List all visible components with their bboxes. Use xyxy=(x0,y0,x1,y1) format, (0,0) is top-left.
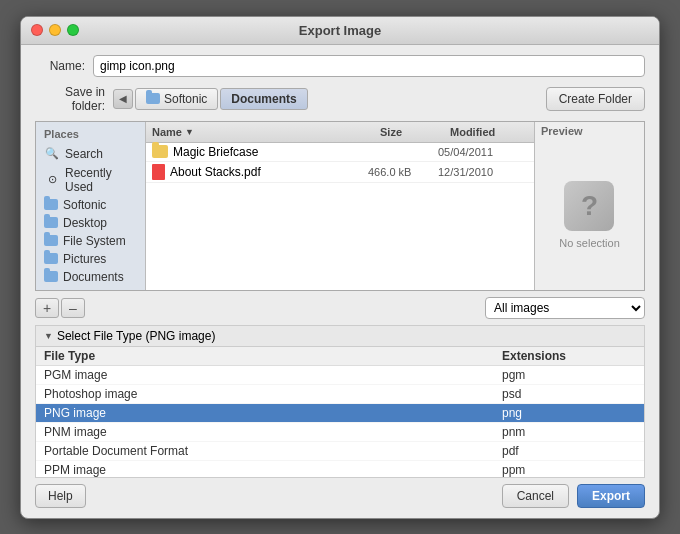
name-label: Name: xyxy=(35,59,85,73)
file-row-magic-briefcase[interactable]: Magic Briefcase 05/04/2011 xyxy=(146,143,534,162)
toggle-triangle-icon: ▼ xyxy=(44,331,53,341)
folder-icon-softonic xyxy=(44,199,58,210)
preview-no-selection-label: No selection xyxy=(559,237,620,249)
search-icon: 🔍 xyxy=(44,146,60,162)
file-type-row-psd[interactable]: Photoshop image psd xyxy=(36,384,644,403)
titlebar-buttons xyxy=(31,24,79,36)
sidebar-item-softonic[interactable]: Softonic xyxy=(36,196,145,214)
pdf-icon-stacks xyxy=(152,164,165,180)
maximize-button[interactable] xyxy=(67,24,79,36)
file-type-ext-ppm: ppm xyxy=(494,460,644,477)
preview-header: Preview xyxy=(535,122,644,140)
file-type-row-pgm[interactable]: PGM image pgm xyxy=(36,365,644,384)
footer-right-buttons: Cancel Export xyxy=(502,484,645,508)
folder-icon-documents xyxy=(44,271,58,282)
add-bookmark-button[interactable]: + xyxy=(35,298,59,318)
places-panel: Places 🔍 Search ⊙ Recently Used Softonic… xyxy=(36,122,146,290)
file-type-label-pnm: PNM image xyxy=(36,422,494,441)
sidebar-item-recently-used[interactable]: ⊙ Recently Used xyxy=(36,164,145,196)
sidebar-label-filesystem: File System xyxy=(63,234,126,248)
file-name-stacks: About Stacks.pdf xyxy=(170,165,261,179)
file-type-label-png: PNG image xyxy=(36,403,494,422)
col-header-extensions: Extensions xyxy=(494,347,644,366)
sidebar-label-desktop: Desktop xyxy=(63,216,107,230)
preview-placeholder-icon: ? xyxy=(564,181,614,231)
main-area: Places 🔍 Search ⊙ Recently Used Softonic… xyxy=(35,121,645,291)
sidebar-item-pictures[interactable]: Pictures xyxy=(36,250,145,268)
export-image-dialog: Export Image Name: Save in folder: ◀ Sof… xyxy=(20,16,660,519)
sort-icon: ▼ xyxy=(185,127,194,137)
create-folder-button[interactable]: Create Folder xyxy=(546,87,645,111)
sidebar-label-documents: Documents xyxy=(63,270,124,284)
name-row: Name: xyxy=(35,55,645,77)
file-type-toggle-label: Select File Type (PNG image) xyxy=(57,329,216,343)
sidebar-label-softonic: Softonic xyxy=(63,198,106,212)
file-type-ext-psd: psd xyxy=(494,384,644,403)
file-type-row-ppm[interactable]: PPM image ppm xyxy=(36,460,644,477)
sidebar-label-recently-used: Recently Used xyxy=(65,166,137,194)
folder-icon-desktop xyxy=(44,217,58,228)
footer-row: Help Cancel Export xyxy=(35,484,645,508)
file-modified-magic: 05/04/2011 xyxy=(438,146,528,158)
files-panel: Name ▼ Size Modified Magic Briefcase 05/… xyxy=(146,122,534,290)
file-type-label-ppm: PPM image xyxy=(36,460,494,477)
nav-back-arrow[interactable]: ◀ xyxy=(113,89,133,109)
file-type-label-pgm: PGM image xyxy=(36,365,494,384)
file-type-row-pnm[interactable]: PNM image pnm xyxy=(36,422,644,441)
save-folder-row: Save in folder: ◀ Softonic Documents Cre… xyxy=(35,85,645,113)
remove-bookmark-button[interactable]: – xyxy=(61,298,85,318)
preview-area: ? No selection xyxy=(559,140,620,290)
add-remove-buttons: + – xyxy=(35,298,85,318)
titlebar: Export Image xyxy=(21,17,659,45)
save-in-folder-label: Save in folder: xyxy=(35,85,105,113)
file-type-ext-png: png xyxy=(494,403,644,422)
filter-select[interactable]: All images PNG image JPEG image BMP imag… xyxy=(485,297,645,319)
breadcrumb-softonic-label: Softonic xyxy=(164,92,207,106)
bottom-controls-row: + – All images PNG image JPEG image BMP … xyxy=(35,297,645,319)
table-header-row: File Type Extensions xyxy=(36,347,644,366)
sidebar-label-search: Search xyxy=(65,147,103,161)
file-type-row-pdf[interactable]: Portable Document Format pdf xyxy=(36,441,644,460)
file-row-about-stacks[interactable]: About Stacks.pdf 466.0 kB 12/31/2010 xyxy=(146,162,534,183)
file-type-ext-pnm: pnm xyxy=(494,422,644,441)
filename-input[interactable] xyxy=(93,55,645,77)
dialog-content: Name: Save in folder: ◀ Softonic Documen… xyxy=(21,45,659,518)
file-type-row-png[interactable]: PNG image png xyxy=(36,403,644,422)
col-header-modified: Modified xyxy=(444,124,534,140)
cancel-button[interactable]: Cancel xyxy=(502,484,569,508)
file-modified-stacks: 12/31/2010 xyxy=(438,166,528,178)
folder-icon xyxy=(146,93,160,104)
sidebar-label-pictures: Pictures xyxy=(63,252,106,266)
file-type-ext-pdf: pdf xyxy=(494,441,644,460)
file-type-table: File Type Extensions PGM image pgm Photo… xyxy=(36,347,644,477)
sidebar-item-documents[interactable]: Documents xyxy=(36,268,145,286)
file-size-stacks: 466.0 kB xyxy=(368,166,438,178)
places-header: Places xyxy=(36,126,145,144)
breadcrumb-softonic[interactable]: Softonic xyxy=(135,88,218,110)
folder-icon-pictures xyxy=(44,253,58,264)
file-name-magic: Magic Briefcase xyxy=(173,145,258,159)
recently-used-icon: ⊙ xyxy=(44,172,60,188)
breadcrumb-documents-label: Documents xyxy=(231,92,296,106)
minimize-button[interactable] xyxy=(49,24,61,36)
col-header-file-type: File Type xyxy=(36,347,494,366)
sidebar-item-desktop[interactable]: Desktop xyxy=(36,214,145,232)
window-title: Export Image xyxy=(299,23,381,38)
breadcrumb-documents[interactable]: Documents xyxy=(220,88,307,110)
file-type-label-pdf: Portable Document Format xyxy=(36,441,494,460)
sidebar-item-search[interactable]: 🔍 Search xyxy=(36,144,145,164)
help-button[interactable]: Help xyxy=(35,484,86,508)
file-type-ext-pgm: pgm xyxy=(494,365,644,384)
export-button[interactable]: Export xyxy=(577,484,645,508)
file-type-toggle[interactable]: ▼ Select File Type (PNG image) xyxy=(36,326,644,347)
file-type-label-psd: Photoshop image xyxy=(36,384,494,403)
breadcrumb-nav: ◀ Softonic Documents xyxy=(113,88,308,110)
folder-icon-magic xyxy=(152,145,168,158)
preview-panel: Preview ? No selection xyxy=(534,122,644,290)
sidebar-item-file-system[interactable]: File System xyxy=(36,232,145,250)
col-header-name: Name ▼ xyxy=(146,124,374,140)
close-button[interactable] xyxy=(31,24,43,36)
left-arrow-icon: ◀ xyxy=(119,93,127,104)
file-type-list-container: File Type Extensions PGM image pgm Photo… xyxy=(36,347,644,477)
file-type-section: ▼ Select File Type (PNG image) File Type… xyxy=(35,325,645,478)
